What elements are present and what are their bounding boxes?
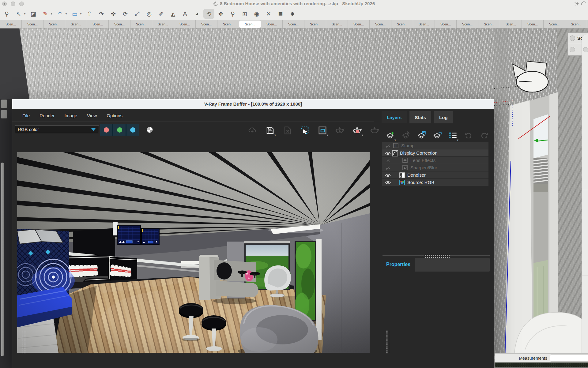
panel-splitter[interactable] bbox=[383, 253, 490, 258]
move-tool-icon[interactable]: ✜ bbox=[108, 9, 119, 19]
scene-tab[interactable]: Scen... bbox=[370, 20, 391, 28]
scene-tab[interactable]: Scen... bbox=[196, 20, 217, 28]
minimize-button[interactable] bbox=[11, 2, 15, 6]
vfb-menu-options[interactable]: Options bbox=[104, 112, 126, 119]
scene-tab[interactable]: Scen... bbox=[522, 20, 544, 28]
close-button[interactable] bbox=[2, 2, 7, 6]
chevron-down-icon[interactable]: ▼ bbox=[80, 13, 82, 15]
vfb-left-grip[interactable] bbox=[22, 330, 26, 354]
stop-render-button[interactable]: ▼ bbox=[352, 124, 363, 137]
tab-stats[interactable]: Stats bbox=[409, 111, 431, 123]
paint-bucket-tool-icon[interactable]: ◕ bbox=[191, 9, 202, 19]
eye-icon[interactable] bbox=[385, 173, 391, 178]
scene-tab[interactable]: Scen... bbox=[326, 20, 348, 28]
scene-tab[interactable]: Scen... bbox=[109, 20, 130, 28]
layer-row[interactable]: Display Correction bbox=[382, 149, 488, 156]
vfb-menu-image[interactable]: Image bbox=[61, 112, 80, 119]
tab-log[interactable]: Log bbox=[434, 111, 453, 123]
scene-tab[interactable]: Scen... bbox=[500, 20, 522, 28]
rotate-tool-icon[interactable]: ⟳ bbox=[120, 9, 131, 19]
chevron-down-icon[interactable]: ▼ bbox=[456, 139, 459, 142]
vfb-titlebar[interactable]: V-Ray Frame Buffer - [100.0% of 1920 x 1… bbox=[12, 99, 494, 109]
channel-dropdown[interactable]: RGB color bbox=[15, 125, 99, 133]
layer-row[interactable]: Source: RGB bbox=[382, 179, 488, 186]
arc-tool-icon[interactable]: ◠▼ bbox=[55, 9, 66, 19]
vfb-menu-view[interactable]: View bbox=[84, 112, 100, 119]
layer-row[interactable]: iStamp bbox=[382, 142, 488, 149]
flip-tool-icon[interactable]: ◭ bbox=[168, 9, 179, 19]
scene-tab[interactable]: Scen... bbox=[304, 20, 326, 28]
scene-tab-selected[interactable]: Scen... bbox=[239, 21, 261, 28]
line-tool-icon[interactable]: ✎▼ bbox=[40, 9, 51, 19]
left-panel-button[interactable] bbox=[1, 100, 7, 108]
scene-tab[interactable]: Scen... bbox=[130, 20, 152, 28]
offset-tool-icon[interactable]: ◎ bbox=[144, 9, 155, 19]
scene-tab[interactable]: Scen... bbox=[435, 20, 457, 28]
layer-row[interactable]: Sharpen/Blur bbox=[382, 164, 488, 171]
chevron-down-icon[interactable]: ▼ bbox=[394, 139, 397, 142]
chevron-down-icon[interactable]: ▼ bbox=[24, 13, 26, 15]
search-tool-icon[interactable]: ⚲ bbox=[1, 9, 12, 19]
layer-row[interactable]: Denoiser bbox=[382, 171, 488, 178]
orbit-tool-icon[interactable]: ⟲ bbox=[203, 9, 214, 19]
scene-tab[interactable]: Scen... bbox=[457, 20, 478, 28]
pan-tool-icon[interactable]: ✥ bbox=[215, 9, 226, 19]
left-panel-button[interactable] bbox=[1, 110, 7, 118]
scene-tab[interactable]: Scen... bbox=[0, 20, 22, 28]
scale-tool-icon[interactable]: ⤢ bbox=[132, 9, 143, 19]
blue-channel-button[interactable] bbox=[126, 124, 139, 136]
zoom-tool-icon[interactable]: ⚲ bbox=[227, 9, 238, 19]
scene-tab[interactable]: Scen... bbox=[65, 20, 87, 28]
scene-tab[interactable]: Scen... bbox=[283, 20, 304, 28]
save-image-button[interactable]: ▼ bbox=[264, 124, 276, 137]
ai-sparkle-icon[interactable] bbox=[574, 1, 580, 7]
chevron-down-icon[interactable]: ▼ bbox=[326, 134, 329, 137]
chevron-down-icon[interactable]: ▼ bbox=[274, 134, 277, 137]
properties-field[interactable] bbox=[415, 258, 490, 272]
scene-tab[interactable]: Scen... bbox=[22, 20, 43, 28]
cloud-icon[interactable] bbox=[581, 1, 586, 7]
region-render-button[interactable]: ▼ bbox=[317, 124, 328, 137]
save-layers-button[interactable] bbox=[416, 129, 428, 141]
scene-tab[interactable]: Scen... bbox=[152, 20, 174, 28]
person-tool-icon[interactable]: ☻ bbox=[287, 9, 298, 19]
scene-tab[interactable]: Scen... bbox=[174, 20, 196, 28]
scene-tab[interactable]: Scen... bbox=[217, 20, 239, 28]
left-scrollbar[interactable] bbox=[1, 163, 4, 356]
red-channel-button[interactable] bbox=[100, 124, 113, 136]
vfb-menu-render[interactable]: Render bbox=[36, 112, 58, 119]
scene-tab[interactable]: Scen... bbox=[544, 20, 565, 28]
scene-tab[interactable]: Scen... bbox=[348, 20, 370, 28]
load-layers-button[interactable] bbox=[431, 129, 443, 141]
list-options-button[interactable]: ▼ bbox=[447, 129, 459, 141]
position-camera-tool-icon[interactable]: ◉ bbox=[251, 9, 262, 19]
select-tool-icon[interactable]: ↖▼ bbox=[13, 9, 24, 19]
rectangle-tool-icon[interactable]: ▭▼ bbox=[69, 9, 80, 19]
eye-icon[interactable] bbox=[385, 180, 391, 186]
vfb-right-grip[interactable] bbox=[385, 330, 389, 354]
chevron-down-icon[interactable]: ▼ bbox=[50, 13, 53, 15]
text-tool-icon[interactable]: A bbox=[179, 9, 190, 19]
zoom-extents-tool-icon[interactable]: ⊞ bbox=[239, 9, 250, 19]
vfb-menu-file[interactable]: File bbox=[19, 112, 33, 119]
layer-row[interactable]: Lens Effects bbox=[382, 157, 488, 164]
look-around-tool-icon[interactable]: ✕ bbox=[263, 9, 274, 19]
chevron-down-icon[interactable]: ▼ bbox=[361, 134, 364, 137]
tape-measure-tool-icon[interactable]: ✐ bbox=[156, 9, 167, 19]
scene-tab[interactable]: Scen... bbox=[478, 20, 500, 28]
chevron-down-icon[interactable]: ▼ bbox=[65, 13, 67, 15]
measurements-input[interactable] bbox=[550, 355, 588, 362]
eye-off-icon[interactable] bbox=[385, 144, 391, 149]
push-pull-tool-icon[interactable]: ⇧ bbox=[84, 9, 95, 19]
walk-tool-icon[interactable]: ≣ bbox=[275, 9, 286, 19]
scene-tab[interactable]: Scen... bbox=[565, 20, 587, 28]
tab-layers[interactable]: Layers bbox=[382, 111, 407, 123]
eraser-tool-icon[interactable]: ◪ bbox=[28, 9, 39, 19]
eye-off-icon[interactable] bbox=[385, 158, 391, 164]
eye-off-icon[interactable] bbox=[385, 166, 391, 171]
render-image[interactable] bbox=[17, 152, 370, 353]
scene-tab[interactable]: Scen... bbox=[261, 20, 283, 28]
green-channel-button[interactable] bbox=[113, 124, 126, 136]
zoom-button[interactable] bbox=[19, 2, 24, 6]
add-layer-button[interactable]: ▼ bbox=[384, 129, 397, 141]
